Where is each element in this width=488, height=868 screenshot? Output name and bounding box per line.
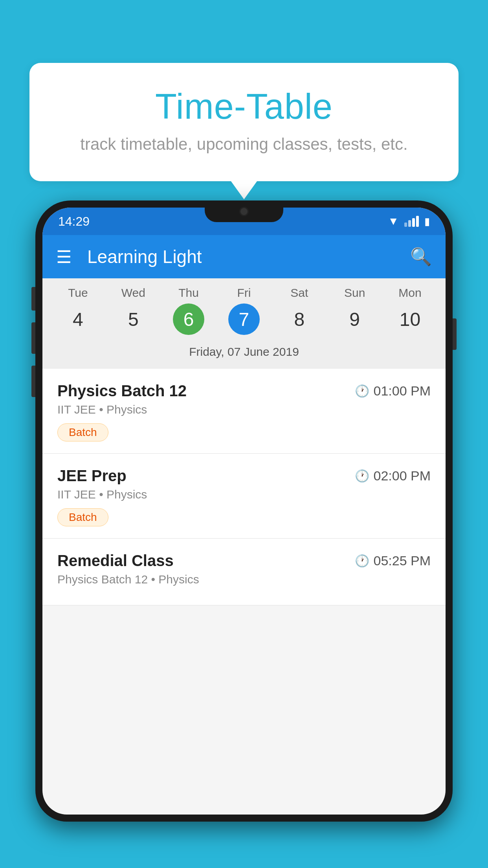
day-number: 9 — [339, 303, 371, 335]
batch-tag: Batch — [57, 423, 108, 441]
status-time: 14:29 — [58, 214, 90, 229]
status-icons: ▼ ▮ — [388, 215, 430, 228]
app-title: Learning Light — [87, 246, 410, 267]
wifi-icon: ▼ — [388, 215, 399, 228]
day-name: Fri — [237, 286, 251, 300]
calendar-day[interactable]: Sun9 — [329, 286, 380, 335]
mute-button — [31, 287, 35, 311]
day-name: Sun — [344, 286, 365, 300]
day-number: 4 — [62, 303, 94, 335]
signal-icon — [404, 216, 419, 227]
day-number: 7 — [228, 303, 260, 335]
day-number: 10 — [394, 303, 426, 335]
power-button — [453, 318, 457, 350]
class-name: JEE Prep — [57, 467, 127, 485]
class-item[interactable]: JEE Prep🕐 02:00 PMIIT JEE • PhysicsBatch — [42, 454, 446, 539]
class-item[interactable]: Physics Batch 12🕐 01:00 PMIIT JEE • Phys… — [42, 369, 446, 454]
class-item[interactable]: Remedial Class🕐 05:25 PMPhysics Batch 12… — [42, 539, 446, 605]
class-name: Remedial Class — [57, 552, 174, 570]
class-header: JEE Prep🕐 02:00 PM — [57, 467, 431, 485]
day-name: Sat — [290, 286, 308, 300]
phone-notch — [205, 200, 283, 222]
phone-body: 14:29 ▼ ▮ ☰ Learning Light 🔍 T — [35, 200, 453, 822]
day-name: Tue — [68, 286, 88, 300]
volume-up-button — [31, 322, 35, 354]
calendar-strip: Tue4Wed5Thu6Fri7Sat8Sun9Mon10 Friday, 07… — [42, 278, 446, 369]
hamburger-icon[interactable]: ☰ — [56, 247, 72, 267]
batch-tag: Batch — [57, 508, 108, 526]
speech-bubble: Time-Table track timetable, upcoming cla… — [29, 63, 459, 181]
class-header: Remedial Class🕐 05:25 PM — [57, 552, 431, 570]
selected-date-label: Friday, 07 June 2019 — [42, 340, 446, 365]
days-row: Tue4Wed5Thu6Fri7Sat8Sun9Mon10 — [42, 286, 446, 335]
class-meta: Physics Batch 12 • Physics — [57, 573, 431, 586]
calendar-day[interactable]: Fri7 — [218, 286, 270, 335]
class-header: Physics Batch 12🕐 01:00 PM — [57, 382, 431, 400]
day-name: Mon — [398, 286, 421, 300]
class-list: Physics Batch 12🕐 01:00 PMIIT JEE • Phys… — [42, 369, 446, 605]
calendar-day[interactable]: Sat8 — [274, 286, 325, 335]
clock-icon: 🕐 — [355, 384, 369, 398]
feature-card: Time-Table track timetable, upcoming cla… — [29, 63, 459, 181]
battery-icon: ▮ — [424, 215, 430, 228]
day-number: 6 — [173, 303, 204, 335]
phone-mockup: 14:29 ▼ ▮ ☰ Learning Light 🔍 T — [35, 200, 453, 868]
app-bar: ☰ Learning Light 🔍 — [42, 235, 446, 278]
class-time: 🕐 01:00 PM — [355, 383, 431, 399]
calendar-day[interactable]: Wed5 — [108, 286, 159, 335]
calendar-day[interactable]: Tue4 — [52, 286, 103, 335]
calendar-day[interactable]: Mon10 — [384, 286, 435, 335]
class-name: Physics Batch 12 — [57, 382, 187, 400]
day-number: 8 — [284, 303, 315, 335]
day-number: 5 — [117, 303, 149, 335]
calendar-day[interactable]: Thu6 — [163, 286, 214, 335]
clock-icon: 🕐 — [355, 469, 369, 483]
volume-down-button — [31, 366, 35, 397]
day-name: Thu — [178, 286, 199, 300]
class-meta: IIT JEE • Physics — [57, 488, 431, 501]
front-camera — [239, 207, 249, 216]
phone-screen: 14:29 ▼ ▮ ☰ Learning Light 🔍 T — [42, 208, 446, 815]
feature-title: Time-Table — [53, 86, 435, 127]
search-icon[interactable]: 🔍 — [410, 246, 432, 267]
feature-subtitle: track timetable, upcoming classes, tests… — [53, 135, 435, 154]
class-time: 🕐 05:25 PM — [355, 553, 431, 568]
day-name: Wed — [121, 286, 145, 300]
clock-icon: 🕐 — [355, 554, 369, 568]
class-meta: IIT JEE • Physics — [57, 403, 431, 416]
class-time: 🕐 02:00 PM — [355, 468, 431, 484]
